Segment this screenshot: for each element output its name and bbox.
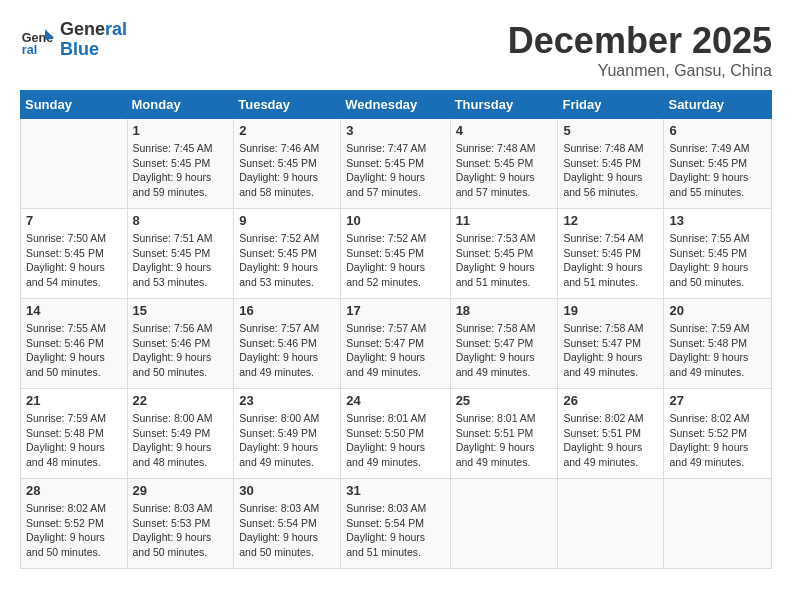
calendar-cell: [450, 479, 558, 569]
calendar-cell: 7Sunrise: 7:50 AMSunset: 5:45 PMDaylight…: [21, 209, 128, 299]
cell-details: Sunrise: 8:03 AMSunset: 5:54 PMDaylight:…: [346, 501, 444, 560]
calendar-cell: [21, 119, 128, 209]
calendar-cell: 23Sunrise: 8:00 AMSunset: 5:49 PMDayligh…: [234, 389, 341, 479]
cell-details: Sunrise: 8:02 AMSunset: 5:52 PMDaylight:…: [669, 411, 766, 470]
weekday-header-saturday: Saturday: [664, 91, 772, 119]
calendar-cell: 8Sunrise: 7:51 AMSunset: 5:45 PMDaylight…: [127, 209, 234, 299]
cell-details: Sunrise: 7:57 AMSunset: 5:47 PMDaylight:…: [346, 321, 444, 380]
day-number: 13: [669, 213, 766, 228]
calendar-header: SundayMondayTuesdayWednesdayThursdayFrid…: [21, 91, 772, 119]
day-number: 25: [456, 393, 553, 408]
month-title: December 2025: [508, 20, 772, 62]
day-number: 10: [346, 213, 444, 228]
cell-details: Sunrise: 7:52 AMSunset: 5:45 PMDaylight:…: [346, 231, 444, 290]
svg-text:ral: ral: [22, 43, 37, 57]
cell-details: Sunrise: 8:03 AMSunset: 5:53 PMDaylight:…: [133, 501, 229, 560]
calendar-cell: 26Sunrise: 8:02 AMSunset: 5:51 PMDayligh…: [558, 389, 664, 479]
day-number: 4: [456, 123, 553, 138]
calendar-cell: 30Sunrise: 8:03 AMSunset: 5:54 PMDayligh…: [234, 479, 341, 569]
calendar-cell: 24Sunrise: 8:01 AMSunset: 5:50 PMDayligh…: [341, 389, 450, 479]
cell-details: Sunrise: 7:49 AMSunset: 5:45 PMDaylight:…: [669, 141, 766, 200]
day-number: 14: [26, 303, 122, 318]
cell-details: Sunrise: 7:53 AMSunset: 5:45 PMDaylight:…: [456, 231, 553, 290]
day-number: 18: [456, 303, 553, 318]
day-number: 28: [26, 483, 122, 498]
cell-details: Sunrise: 8:00 AMSunset: 5:49 PMDaylight:…: [239, 411, 335, 470]
cell-details: Sunrise: 7:46 AMSunset: 5:45 PMDaylight:…: [239, 141, 335, 200]
day-number: 21: [26, 393, 122, 408]
calendar-week-2: 7Sunrise: 7:50 AMSunset: 5:45 PMDaylight…: [21, 209, 772, 299]
cell-details: Sunrise: 7:55 AMSunset: 5:46 PMDaylight:…: [26, 321, 122, 380]
cell-details: Sunrise: 8:02 AMSunset: 5:52 PMDaylight:…: [26, 501, 122, 560]
cell-details: Sunrise: 7:59 AMSunset: 5:48 PMDaylight:…: [26, 411, 122, 470]
day-number: 24: [346, 393, 444, 408]
day-number: 30: [239, 483, 335, 498]
weekday-header-thursday: Thursday: [450, 91, 558, 119]
calendar-cell: 31Sunrise: 8:03 AMSunset: 5:54 PMDayligh…: [341, 479, 450, 569]
weekday-header-tuesday: Tuesday: [234, 91, 341, 119]
title-block: December 2025 Yuanmen, Gansu, China: [508, 20, 772, 80]
calendar-cell: 21Sunrise: 7:59 AMSunset: 5:48 PMDayligh…: [21, 389, 128, 479]
calendar-week-1: 1Sunrise: 7:45 AMSunset: 5:45 PMDaylight…: [21, 119, 772, 209]
calendar-week-4: 21Sunrise: 7:59 AMSunset: 5:48 PMDayligh…: [21, 389, 772, 479]
day-number: 29: [133, 483, 229, 498]
calendar-cell: 6Sunrise: 7:49 AMSunset: 5:45 PMDaylight…: [664, 119, 772, 209]
day-number: 8: [133, 213, 229, 228]
calendar-week-5: 28Sunrise: 8:02 AMSunset: 5:52 PMDayligh…: [21, 479, 772, 569]
cell-details: Sunrise: 7:50 AMSunset: 5:45 PMDaylight:…: [26, 231, 122, 290]
calendar-cell: 15Sunrise: 7:56 AMSunset: 5:46 PMDayligh…: [127, 299, 234, 389]
cell-details: Sunrise: 7:56 AMSunset: 5:46 PMDaylight:…: [133, 321, 229, 380]
cell-details: Sunrise: 8:00 AMSunset: 5:49 PMDaylight:…: [133, 411, 229, 470]
day-number: 22: [133, 393, 229, 408]
cell-details: Sunrise: 7:58 AMSunset: 5:47 PMDaylight:…: [456, 321, 553, 380]
cell-details: Sunrise: 7:54 AMSunset: 5:45 PMDaylight:…: [563, 231, 658, 290]
day-number: 11: [456, 213, 553, 228]
calendar-cell: 9Sunrise: 7:52 AMSunset: 5:45 PMDaylight…: [234, 209, 341, 299]
logo: Gene ral General Blue: [20, 20, 127, 60]
day-number: 23: [239, 393, 335, 408]
cell-details: Sunrise: 7:48 AMSunset: 5:45 PMDaylight:…: [563, 141, 658, 200]
cell-details: Sunrise: 7:58 AMSunset: 5:47 PMDaylight:…: [563, 321, 658, 380]
cell-details: Sunrise: 8:01 AMSunset: 5:50 PMDaylight:…: [346, 411, 444, 470]
logo-text-blue: Blue: [60, 39, 99, 59]
cell-details: Sunrise: 7:47 AMSunset: 5:45 PMDaylight:…: [346, 141, 444, 200]
calendar-body: 1Sunrise: 7:45 AMSunset: 5:45 PMDaylight…: [21, 119, 772, 569]
day-number: 27: [669, 393, 766, 408]
calendar-cell: [558, 479, 664, 569]
page-header: Gene ral General Blue December 2025 Yuan…: [20, 20, 772, 80]
day-number: 19: [563, 303, 658, 318]
day-number: 12: [563, 213, 658, 228]
calendar-cell: 20Sunrise: 7:59 AMSunset: 5:48 PMDayligh…: [664, 299, 772, 389]
cell-details: Sunrise: 7:57 AMSunset: 5:46 PMDaylight:…: [239, 321, 335, 380]
calendar-cell: 22Sunrise: 8:00 AMSunset: 5:49 PMDayligh…: [127, 389, 234, 479]
calendar-cell: 2Sunrise: 7:46 AMSunset: 5:45 PMDaylight…: [234, 119, 341, 209]
weekday-header-friday: Friday: [558, 91, 664, 119]
day-number: 15: [133, 303, 229, 318]
calendar-cell: 25Sunrise: 8:01 AMSunset: 5:51 PMDayligh…: [450, 389, 558, 479]
day-number: 9: [239, 213, 335, 228]
cell-details: Sunrise: 7:52 AMSunset: 5:45 PMDaylight:…: [239, 231, 335, 290]
calendar-cell: 1Sunrise: 7:45 AMSunset: 5:45 PMDaylight…: [127, 119, 234, 209]
logo-text-ral: ral: [105, 19, 127, 39]
calendar-cell: 28Sunrise: 8:02 AMSunset: 5:52 PMDayligh…: [21, 479, 128, 569]
day-number: 7: [26, 213, 122, 228]
day-number: 31: [346, 483, 444, 498]
weekday-header-sunday: Sunday: [21, 91, 128, 119]
calendar-cell: 11Sunrise: 7:53 AMSunset: 5:45 PMDayligh…: [450, 209, 558, 299]
calendar-cell: 18Sunrise: 7:58 AMSunset: 5:47 PMDayligh…: [450, 299, 558, 389]
calendar-cell: [664, 479, 772, 569]
calendar-cell: 16Sunrise: 7:57 AMSunset: 5:46 PMDayligh…: [234, 299, 341, 389]
calendar-cell: 5Sunrise: 7:48 AMSunset: 5:45 PMDaylight…: [558, 119, 664, 209]
logo-text-general: Gene: [60, 19, 105, 39]
calendar-cell: 27Sunrise: 8:02 AMSunset: 5:52 PMDayligh…: [664, 389, 772, 479]
calendar-cell: 19Sunrise: 7:58 AMSunset: 5:47 PMDayligh…: [558, 299, 664, 389]
calendar-cell: 29Sunrise: 8:03 AMSunset: 5:53 PMDayligh…: [127, 479, 234, 569]
calendar-cell: 10Sunrise: 7:52 AMSunset: 5:45 PMDayligh…: [341, 209, 450, 299]
cell-details: Sunrise: 8:01 AMSunset: 5:51 PMDaylight:…: [456, 411, 553, 470]
day-number: 2: [239, 123, 335, 138]
day-number: 16: [239, 303, 335, 318]
calendar-table: SundayMondayTuesdayWednesdayThursdayFrid…: [20, 90, 772, 569]
weekday-header-monday: Monday: [127, 91, 234, 119]
calendar-week-3: 14Sunrise: 7:55 AMSunset: 5:46 PMDayligh…: [21, 299, 772, 389]
calendar-cell: 14Sunrise: 7:55 AMSunset: 5:46 PMDayligh…: [21, 299, 128, 389]
